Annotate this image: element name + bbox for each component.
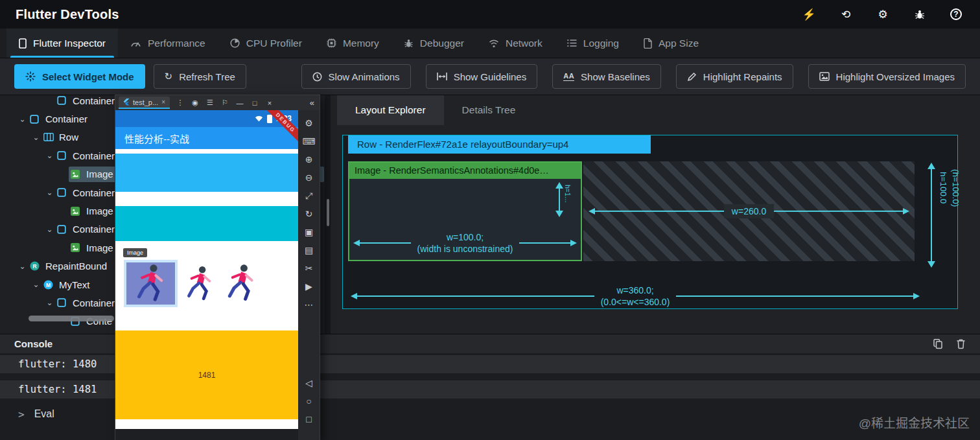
- flash-icon[interactable]: ⚡: [802, 8, 815, 21]
- runner-image-1[interactable]: [126, 262, 175, 305]
- refresh-tree-button[interactable]: ↻ Refresh Tree: [154, 64, 246, 89]
- tab-app-size[interactable]: App Size: [631, 29, 711, 58]
- record-icon[interactable]: ◉: [191, 98, 200, 107]
- help-icon[interactable]: ?: [950, 8, 962, 20]
- refresh-icon: ↻: [165, 71, 173, 82]
- runner-image-3[interactable]: [223, 262, 259, 304]
- bug-report-icon[interactable]: [913, 8, 926, 21]
- device-screen[interactable]: DEBUG 1:23 性能分析--实战 Image: [115, 110, 298, 440]
- snip-icon[interactable]: ✂: [298, 259, 320, 277]
- tab-label: Performance: [148, 38, 205, 49]
- inspector-image-tooltip: Image: [123, 248, 147, 257]
- container-widget-icon: [30, 114, 41, 124]
- select-widget-mode-label: Select Widget Mode: [42, 71, 134, 82]
- console-line-text: flutter: 1480: [18, 358, 97, 370]
- splitter-grip[interactable]: [327, 199, 329, 226]
- show-baselines-label: Show Baselines: [581, 71, 650, 82]
- layout-visualization: Row - RenderFlex#72a1e relayoutBoundary=…: [342, 135, 958, 309]
- appsize-tab-icon: [644, 38, 652, 49]
- debugger-tab-icon: [404, 38, 414, 48]
- layout-panel: Layout Explorer Details Tree Row - Rende…: [331, 95, 980, 334]
- tab-layout-explorer[interactable]: Layout Explorer: [337, 95, 444, 125]
- row-widget-chip[interactable]: Row - RenderFlex#72a1e relayoutBoundary=…: [348, 135, 651, 154]
- inspector-tab-icon: [19, 38, 27, 49]
- tree-horizontal-scrollbar[interactable]: [29, 316, 114, 321]
- flutter-devtools-app: Flutter DevTools ⚡⟲⚙? Flutter InspectorP…: [0, 0, 980, 440]
- highlight-oversized-images-button[interactable]: Highlight Oversized Images: [808, 64, 966, 89]
- emulator-titlebar: test_p... × ⋮◉☰⚐—□× «: [115, 95, 320, 110]
- screenshot-icon[interactable]: ▣: [298, 223, 320, 241]
- logging-tab-icon: [567, 39, 577, 47]
- history-icon[interactable]: ⟲: [839, 8, 852, 21]
- app-bar-title: 性能分析--实战: [115, 127, 298, 149]
- tree-node-label: Image: [86, 168, 113, 179]
- slow-animations-button[interactable]: Slow Animations: [301, 64, 411, 89]
- chevron-down-icon[interactable]: ⌄: [44, 298, 55, 307]
- more-vertical-icon[interactable]: ⋮: [176, 98, 185, 107]
- emulator-device-tab[interactable]: test_p... ×: [119, 97, 170, 109]
- copy-icon[interactable]: [933, 338, 943, 349]
- pin-icon[interactable]: ⚐: [220, 98, 229, 107]
- panel-splitter[interactable]: [325, 95, 331, 334]
- tab-performance[interactable]: Performance: [118, 29, 218, 58]
- runner-image-2[interactable]: [184, 264, 215, 303]
- image-widget-box[interactable]: Image - RenderSemanticsAnnotations#4d0e……: [348, 161, 582, 261]
- keyboard-icon[interactable]: ⌨: [298, 132, 320, 150]
- record-video-icon[interactable]: ▶: [298, 277, 320, 295]
- device-settings-icon[interactable]: ⚙: [298, 114, 320, 132]
- close-icon[interactable]: ×: [265, 99, 274, 107]
- tree-node-label: MyText: [59, 279, 90, 290]
- chevron-down-icon[interactable]: ⌄: [44, 151, 55, 160]
- show-guidelines-button[interactable]: Show Guidelines: [426, 64, 538, 89]
- chevron-down-icon[interactable]: ⌄: [17, 262, 28, 271]
- volume-down-icon[interactable]: ⊖: [298, 168, 320, 187]
- tab-details-tree[interactable]: Details Tree: [444, 95, 534, 125]
- console-line-text: flutter: 1481: [18, 384, 97, 395]
- chevron-down-icon[interactable]: ⌄: [30, 133, 41, 142]
- cyan-container-block[interactable]: [115, 206, 298, 241]
- tab-logging[interactable]: Logging: [555, 29, 631, 58]
- blue-container-block[interactable]: [115, 154, 298, 192]
- back-icon[interactable]: ◁: [298, 374, 320, 392]
- rotate-icon[interactable]: ↻: [298, 205, 320, 223]
- fullscreen-icon[interactable]: ⤢: [298, 187, 320, 205]
- tab-flutter-inspector[interactable]: Flutter Inspector: [6, 29, 118, 58]
- minimize-icon[interactable]: —: [235, 99, 244, 107]
- yellow-counter-block[interactable]: 1481: [115, 330, 298, 419]
- gallery-icon[interactable]: ▤: [298, 241, 320, 259]
- app-content: Image 1481: [115, 149, 298, 429]
- show-baselines-button[interactable]: AAShow Baselines: [552, 64, 661, 89]
- highlight-repaints-button[interactable]: Highlight Repaints: [676, 64, 793, 89]
- image-widget-chip[interactable]: Image - RenderSemanticsAnnotations#4d0e…: [349, 163, 581, 179]
- chevron-down-icon[interactable]: ⌄: [44, 188, 55, 197]
- tab-memory[interactable]: Memory: [314, 29, 391, 58]
- settings-icon[interactable]: ⚙: [876, 8, 889, 21]
- total-height-arrow: [928, 163, 935, 268]
- chevron-down-icon[interactable]: ⌄: [30, 280, 41, 289]
- tree-node-label: Container: [45, 113, 88, 124]
- home-icon[interactable]: ○: [298, 392, 320, 410]
- maximize-icon[interactable]: □: [250, 99, 259, 107]
- battery-icon: [267, 115, 272, 123]
- image-widget-icon: [71, 169, 82, 179]
- chevron-down-icon[interactable]: ⌄: [17, 115, 28, 124]
- more-icon[interactable]: ⋯: [298, 295, 320, 314]
- refresh-tree-label: Refresh Tree: [179, 71, 235, 82]
- collapse-panel-icon[interactable]: «: [310, 98, 316, 108]
- image-row: Image: [115, 241, 298, 330]
- select-widget-mode-button[interactable]: Select Widget Mode: [14, 64, 145, 89]
- total-height-annotation: h=100.0 (h=100.0): [937, 169, 962, 207]
- memory-tab-icon: [327, 38, 336, 48]
- close-device-tab-icon[interactable]: ×: [161, 98, 165, 106]
- white-strip: [115, 419, 298, 429]
- overview-icon[interactable]: □: [298, 410, 320, 428]
- clear-console-icon[interactable]: [956, 338, 966, 349]
- tab-cpu-profiler[interactable]: CPU Profiler: [218, 29, 314, 58]
- inspector-toolbar: Select Widget Mode ↻ Refresh Tree Slow A…: [0, 58, 980, 95]
- tab-network[interactable]: Network: [476, 29, 555, 58]
- chevron-down-icon[interactable]: ⌄: [44, 225, 55, 234]
- menu-icon[interactable]: ☰: [205, 98, 215, 107]
- tab-debugger[interactable]: Debugger: [391, 29, 476, 58]
- volume-up-icon[interactable]: ⊕: [298, 150, 320, 168]
- inspector-toggle-group: Slow AnimationsShow GuidelinesAAShow Bas…: [301, 64, 966, 89]
